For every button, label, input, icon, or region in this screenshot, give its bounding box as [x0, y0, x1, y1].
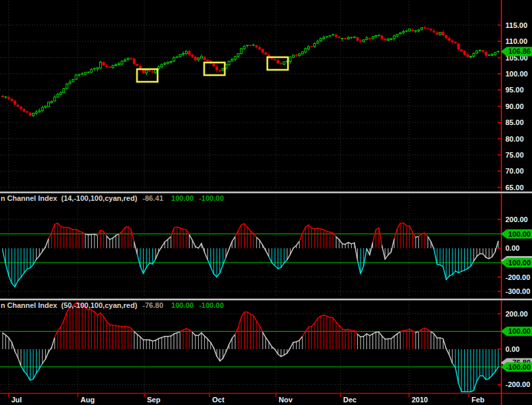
- price-panel[interactable]: [0, 0, 501, 191]
- price-axis[interactable]: [501, 0, 532, 393]
- cci50-overbought: 100.00: [172, 301, 194, 309]
- cci14-panel[interactable]: [0, 194, 501, 297]
- time-axis[interactable]: [0, 393, 532, 405]
- cci50-title: n Channel Index(50,-100,100,cyan,red)-76…: [1, 301, 224, 309]
- chart-window: 115.00110.00105.00100.0095.0090.0085.008…: [0, 0, 532, 405]
- cci50-oversold: -100.00: [199, 301, 223, 309]
- panel-splitter-2[interactable]: [0, 298, 532, 301]
- cci50-panel[interactable]: [0, 301, 501, 392]
- cci50-name: n Channel Index: [1, 301, 57, 309]
- cci50-value: -76.80: [142, 301, 163, 309]
- cci14-params: (14,-100,100,cyan,red): [61, 194, 137, 202]
- cci14-oversold: -100.00: [199, 194, 223, 202]
- panel-splitter-1[interactable]: [0, 191, 532, 194]
- cci14-title: n Channel Index(14,-100,100,cyan,red)-86…: [1, 194, 224, 202]
- cci14-name: n Channel Index: [1, 194, 57, 202]
- cci14-value: -86.41: [142, 194, 163, 202]
- cci14-overbought: 100.00: [172, 194, 194, 202]
- cci50-params: (50,-100,100,cyan,red): [61, 301, 137, 309]
